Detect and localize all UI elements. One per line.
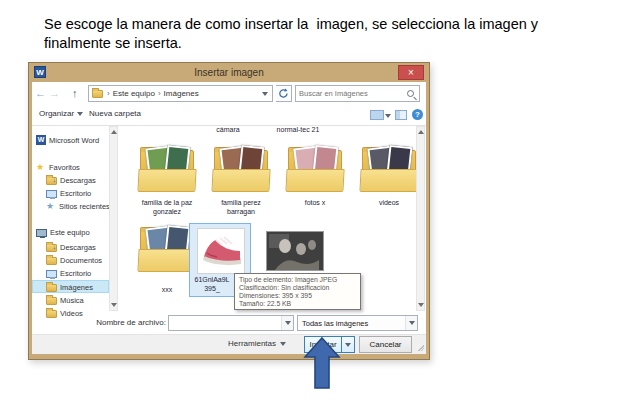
shoe-image (197, 228, 245, 274)
sidebar-label: Microsoft Word (49, 136, 99, 145)
change-view-button[interactable] (370, 110, 384, 120)
filename-input[interactable] (169, 316, 281, 330)
new-folder-button[interactable]: Nueva carpeta (89, 109, 141, 118)
preview-pane-button[interactable] (395, 110, 407, 120)
search-input[interactable] (299, 89, 407, 98)
file-area-scrollbar[interactable] (416, 126, 425, 311)
scroll-down-icon[interactable] (111, 303, 117, 307)
cancel-button[interactable]: Cancelar (359, 336, 412, 353)
folder-label[interactable]: fotos x (280, 199, 350, 208)
breadcrumb-item-este-equipo[interactable]: Este equipo (111, 89, 157, 98)
sidebar-item-descargas[interactable]: Descargas (46, 174, 96, 186)
folder-familia-de-la-paz-gonzalez[interactable] (138, 146, 196, 192)
scroll-up-icon[interactable] (418, 130, 424, 134)
up-icon[interactable]: ↑ (72, 86, 78, 101)
desktop-icon (46, 270, 57, 278)
filename-combobox[interactable] (168, 315, 294, 331)
folder-front (137, 249, 196, 272)
sidebar-label: Imágenes (60, 283, 93, 292)
file-browser-area: W Microsoft Word ★ Favoritos Descargas E… (32, 126, 426, 311)
filetype-dropdown-button[interactable] (405, 316, 417, 330)
documents-folder-icon (46, 257, 57, 265)
file-label-normal-tec-21[interactable]: normal-tec 21 (258, 126, 338, 135)
star-icon: ★ (36, 162, 46, 172)
folder-videos[interactable] (360, 146, 418, 192)
image-filename-line1: 61GnlAa9L (190, 276, 234, 285)
breadcrumb[interactable]: › Este equipo › Imágenes (88, 85, 273, 102)
search-box[interactable] (295, 85, 420, 102)
insert-dropdown-button[interactable] (341, 337, 354, 352)
folder-label-line: gonzalez (132, 208, 202, 217)
sidebar-item-escritorio-pc[interactable]: Escritorio (46, 267, 91, 279)
sidebar-item-descargas-pc[interactable]: Descargas (46, 241, 96, 253)
chevron-down-icon[interactable] (262, 92, 268, 96)
scroll-up-icon[interactable] (111, 130, 117, 134)
filetype-dropdown[interactable]: Todas las imágenes (297, 315, 418, 331)
folder-icon (92, 90, 103, 98)
sidebar-label: Documentos (60, 256, 102, 265)
folder-familia-perez-barragan[interactable] (212, 146, 270, 192)
sidebar-label: Este equipo (50, 228, 90, 237)
sidebar-item-sitios-recientes[interactable]: ★ Sitios recientes (46, 200, 110, 212)
sidebar-label: Sitios recientes (59, 202, 110, 211)
dialog-button-bar: Herramientas Insertar Cancelar (32, 334, 426, 354)
desktop-icon (46, 190, 57, 198)
sidebar-item-musica[interactable]: Música (46, 294, 84, 306)
folder-front (137, 169, 196, 192)
insert-image-dialog: W Insertar imagen × ← → ↑ › Este equipo … (28, 62, 430, 360)
resize-grip-icon[interactable] (417, 344, 424, 351)
folder-label[interactable]: familia perez barragan (206, 199, 276, 216)
folder-label-line: fotos x (280, 199, 350, 208)
scroll-down-icon[interactable] (418, 303, 424, 307)
dialog-title: Insertar imagen (194, 67, 263, 78)
chevron-down-icon (285, 321, 291, 325)
refresh-button[interactable] (276, 85, 292, 102)
folder-label[interactable]: videos (354, 199, 424, 208)
tools-menu-button[interactable]: Herramientas (228, 339, 286, 348)
chevron-down-icon (409, 321, 415, 325)
folder-label-line: barragan (206, 208, 276, 217)
word-app-icon: W (34, 66, 46, 78)
sidebar-group-favoritos[interactable]: ★ Favoritos (36, 161, 80, 173)
organize-button[interactable]: Organizar (39, 109, 83, 118)
sidebar-label: Videos (60, 309, 83, 318)
people-photo-thumbnail[interactable] (266, 231, 324, 271)
filename-dropdown-button[interactable] (281, 316, 293, 330)
music-folder-icon (46, 297, 57, 305)
folder-front (211, 169, 270, 192)
filename-label: Nombre de archivo: (50, 318, 166, 327)
sidebar-label: Música (60, 296, 84, 305)
pictures-folder-icon (46, 284, 57, 292)
file-label-camara[interactable]: cámara (193, 126, 263, 135)
tooltip-line: Dimensiones: 395 x 395 (239, 292, 356, 300)
folder-label-xxx[interactable]: xxx (144, 286, 190, 295)
dialog-content: ← → ↑ › Este equipo › Imágenes Organizar (32, 82, 426, 354)
forward-icon[interactable]: → (49, 86, 60, 101)
file-info-tooltip: Tipo de elemento: Imagen JPEG Clasificac… (234, 273, 361, 310)
recent-places-icon: ★ (46, 201, 56, 211)
sidebar-scrollbar[interactable] (109, 126, 118, 311)
downloads-folder-icon (46, 244, 57, 252)
sidebar-item-microsoft-word[interactable]: W Microsoft Word (36, 134, 99, 146)
downloads-folder-icon (46, 177, 57, 185)
breadcrumb-item-imagenes[interactable]: Imágenes (162, 89, 201, 98)
folder-label[interactable]: familia de la paz gonzalez (132, 199, 202, 216)
sidebar-label: Descargas (60, 176, 96, 185)
folder-fotos-x[interactable] (286, 146, 344, 192)
help-button[interactable]: ? (412, 109, 423, 120)
close-icon[interactable]: × (398, 65, 424, 80)
sidebar-item-imagenes[interactable]: Imágenes (46, 281, 93, 293)
tooltip-line: Clasificación: Sin clasificación (239, 284, 356, 292)
organize-label: Organizar (39, 109, 74, 118)
sidebar-item-documentos[interactable]: Documentos (46, 254, 102, 266)
chevron-down-icon (345, 343, 351, 347)
tools-label: Herramientas (228, 339, 276, 348)
back-icon[interactable]: ← (35, 86, 46, 101)
sidebar-item-escritorio[interactable]: Escritorio (46, 187, 91, 199)
folder-xxx[interactable] (138, 226, 196, 272)
chevron-down-icon (77, 112, 83, 116)
insert-pointer-arrow-icon (303, 336, 341, 390)
refresh-icon (278, 88, 289, 99)
sidebar-group-este-equipo[interactable]: Este equipo (36, 226, 90, 238)
dialog-titlebar[interactable]: W Insertar imagen × (29, 63, 429, 82)
